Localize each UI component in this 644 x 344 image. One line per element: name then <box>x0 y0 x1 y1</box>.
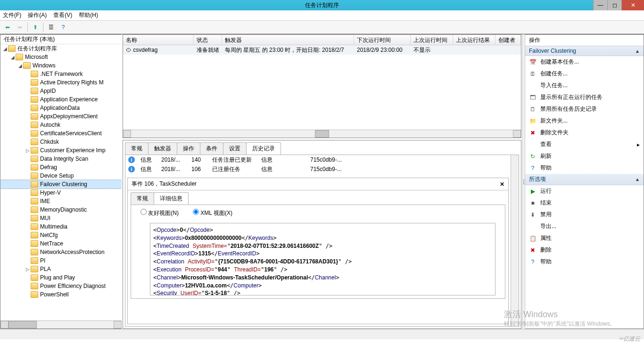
event-tab-details[interactable]: 详细信息 <box>154 192 189 205</box>
col-result[interactable]: 上次运行结果 <box>453 35 495 45</box>
tree-label: PLA <box>40 266 51 272</box>
tab-actions[interactable]: 操作 <box>177 142 200 155</box>
tab-settings[interactable]: 设置 <box>223 142 247 155</box>
tree-root[interactable]: 任务计划程序 (本地) <box>0 35 122 44</box>
action-item[interactable]: 📅创建基本任务... <box>525 56 644 68</box>
menu-help[interactable]: 帮助(H) <box>79 11 98 19</box>
tree-item[interactable]: PowerShell <box>0 290 122 299</box>
action-item[interactable]: 📁新文件夹... <box>525 115 644 127</box>
col-name[interactable]: 名称 <box>123 35 194 45</box>
radio-xml[interactable]: XML 视图(X) <box>193 209 232 217</box>
collapse-icon[interactable]: ▲ <box>635 49 640 54</box>
tree-hscroll[interactable] <box>0 320 122 328</box>
action-item[interactable]: ✖删除 <box>525 244 644 256</box>
help-button[interactable]: ? <box>58 22 69 33</box>
tree-item[interactable]: PI <box>0 256 122 265</box>
expand-icon[interactable]: ◢ <box>10 55 16 60</box>
action-item[interactable]: ?帮助 <box>525 162 644 174</box>
tree-item[interactable]: IME <box>0 197 122 205</box>
tree-label: .NET Framework <box>40 71 83 77</box>
maximize-button[interactable]: ◻ <box>607 0 621 10</box>
tree-item[interactable]: CertificateServicesClient <box>0 129 122 138</box>
event-tab-general[interactable]: 常规 <box>131 192 154 205</box>
tree-item[interactable]: Application Experience <box>0 95 122 104</box>
action-item[interactable]: 查看▸ <box>525 139 644 150</box>
action-label: 导入任务... <box>540 82 568 90</box>
task-row[interactable]: ⏲ csvdefrag 准备就绪 每周的 星期五 的 23:00 时，开始日期:… <box>123 45 521 55</box>
tree-panel: 任务计划程序 (本地) ◢任务计划程序库◢Microsoft◢Windows.N… <box>0 34 122 329</box>
tab-history[interactable]: 历史记录 <box>246 142 281 155</box>
history-row[interactable]: i信息2018/...106已注册任务信息715c0db9-... <box>125 164 511 174</box>
detail-vscroll[interactable] <box>511 155 519 326</box>
col-trigger[interactable]: 触发器 <box>222 35 354 45</box>
menu-action[interactable]: 操作(A) <box>28 11 47 19</box>
tree-item[interactable]: ◢任务计划程序库 <box>0 44 122 53</box>
action-item[interactable]: 🗓创建任务... <box>525 68 644 80</box>
tree-item[interactable]: NetworkAccessProtection <box>0 248 122 256</box>
tree-item[interactable]: NetCfg <box>0 231 122 239</box>
tree-item[interactable]: ◢Microsoft <box>0 53 122 61</box>
action-item[interactable]: ⬇禁用 <box>525 209 644 221</box>
tab-general[interactable]: 常规 <box>125 142 149 155</box>
tree-item[interactable]: ▷Customer Experience Imp <box>0 146 122 155</box>
tree-item[interactable]: ApplicationData <box>0 104 122 112</box>
xml-view[interactable]: <Opcode>0</Opcode> <Keywords>0x800000000… <box>150 223 495 295</box>
col-status[interactable]: 状态 <box>194 35 222 45</box>
tree-item[interactable]: Chkdsk <box>0 138 122 146</box>
tree-item[interactable]: AppID <box>0 87 122 95</box>
col-author[interactable]: 创建者 <box>495 35 521 45</box>
tree-item[interactable]: Data Integrity Scan <box>0 155 122 163</box>
tree-item[interactable]: Failover Clustering <box>0 180 122 188</box>
action-item[interactable]: ↻刷新 <box>525 150 644 162</box>
tree-label: Data Integrity Scan <box>40 156 88 162</box>
tree-item[interactable]: .NET Framework <box>0 70 122 78</box>
back-button[interactable]: ⬅ <box>2 22 13 33</box>
expand-icon[interactable]: ▷ <box>25 148 31 153</box>
menu-view[interactable]: 查看(V) <box>53 11 72 19</box>
radio-friendly[interactable]: 友好视图(N) <box>140 209 179 217</box>
tree-item[interactable]: ▷PLA <box>0 265 122 273</box>
expand-icon[interactable]: ▷ <box>25 267 31 272</box>
action-item[interactable]: ▶运行 <box>525 185 644 197</box>
expand-icon[interactable]: ◢ <box>2 46 8 51</box>
close-button[interactable]: ✕ <box>621 0 644 10</box>
tree-item[interactable]: MemoryDiagnostic <box>0 205 122 214</box>
action-item[interactable]: ✖删除文件夹 <box>525 127 644 139</box>
view-button[interactable]: ☰ <box>45 22 57 33</box>
tree-item[interactable]: Device Setup <box>0 172 122 180</box>
tree-item[interactable]: AppxDeploymentClient <box>0 112 122 121</box>
action-item[interactable]: 📋属性 <box>525 232 644 244</box>
tree-item[interactable]: NetTrace <box>0 239 122 248</box>
grid-hscroll[interactable] <box>123 130 521 138</box>
history-row[interactable]: i信息2018/...140任务注册已更新信息715c0db9-... <box>125 155 511 164</box>
action-item[interactable]: 导入任务... <box>525 80 644 91</box>
action-item[interactable]: 🗒禁用所有任务历史记录 <box>525 103 644 115</box>
tree-item[interactable]: Autochk <box>0 121 122 129</box>
tree-root-label: 任务计划程序 (本地) <box>4 35 55 43</box>
tree-item[interactable]: MUI <box>0 214 122 222</box>
tree-item[interactable]: Power Efficiency Diagnost <box>0 282 122 290</box>
tree-item[interactable]: ◢Windows <box>0 61 122 70</box>
expand-icon[interactable]: ◢ <box>17 63 23 68</box>
tree-item[interactable]: Plug and Play <box>0 273 122 282</box>
menu-file[interactable]: 文件(F) <box>3 11 21 19</box>
forward-button[interactable]: ➡ <box>14 22 25 33</box>
tree-item[interactable]: Multimedia <box>0 222 122 231</box>
action-item[interactable]: 🗔显示所有正在运行的任务 <box>525 91 644 103</box>
action-item[interactable]: ■结束 <box>525 197 644 209</box>
tree-item[interactable]: Active Directory Rights M <box>0 78 122 87</box>
action-icon: 📋 <box>529 235 537 242</box>
collapse-icon[interactable]: ▲ <box>635 177 640 182</box>
tree-item[interactable]: Hyper-V <box>0 188 122 197</box>
event-close-button[interactable]: ✕ <box>500 181 504 188</box>
col-last[interactable]: 上次运行时间 <box>411 35 453 45</box>
tab-triggers[interactable]: 触发器 <box>148 142 177 155</box>
minimize-button[interactable]: — <box>593 0 607 10</box>
up-button[interactable]: ⬆ <box>30 22 41 33</box>
tree-item[interactable]: Defrag <box>0 163 122 172</box>
tree-label: Autochk <box>40 122 60 128</box>
action-item[interactable]: ?帮助 <box>525 256 644 268</box>
col-next[interactable]: 下次运行时间 <box>354 35 411 45</box>
tab-conditions[interactable]: 条件 <box>200 142 223 155</box>
action-item[interactable]: 导出... <box>525 221 644 232</box>
